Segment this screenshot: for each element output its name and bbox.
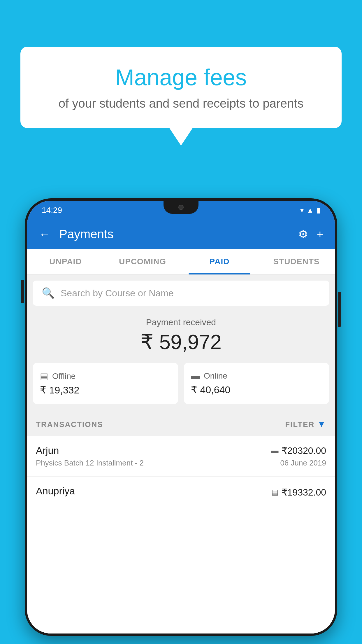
app-title: Payments <box>59 227 298 241</box>
transaction-date: 06 June 2019 <box>280 459 326 468</box>
tab-upcoming[interactable]: UPCOMING <box>104 249 181 274</box>
settings-button[interactable]: ⚙ <box>298 228 308 241</box>
add-button[interactable]: + <box>317 228 323 241</box>
tab-paid[interactable]: PAID <box>181 249 258 274</box>
speech-bubble-subtitle: of your students and send receipts to pa… <box>44 97 318 111</box>
transaction-amount-row: ▤ ₹19332.00 <box>271 487 326 498</box>
status-bar: 14:29 ▾ ▲ ▮ <box>27 201 335 220</box>
offline-card-header: ▤ Offline <box>40 371 75 381</box>
transaction-list: Arjun Physics Batch 12 Installment - 2 ▬… <box>27 436 335 634</box>
online-icon: ▬ <box>191 371 200 381</box>
online-amount: ₹ 40,640 <box>191 384 230 396</box>
offline-amount: ₹ 19,332 <box>40 384 79 396</box>
transaction-amount: ₹19332.00 <box>282 487 326 498</box>
transaction-name: Arjun <box>36 445 144 456</box>
transactions-header: TRANSACTIONS FILTER ▼ <box>27 413 335 436</box>
payment-received-label: Payment received <box>33 317 329 327</box>
status-icons: ▾ ▲ ▮ <box>300 206 320 214</box>
transaction-left: Arjun Physics Batch 12 Installment - 2 <box>36 445 144 468</box>
online-label: Online <box>204 371 227 381</box>
notch <box>164 201 198 214</box>
card-payment-icon: ▬ <box>271 446 279 455</box>
offline-icon: ▤ <box>40 371 48 381</box>
content-area: 🔍 Search by Course or Name Payment recei… <box>27 275 335 634</box>
tab-unpaid[interactable]: UNPAID <box>27 249 104 274</box>
tabs-bar: UNPAID UPCOMING PAID STUDENTS <box>27 249 335 275</box>
transaction-amount: ₹20320.00 <box>282 445 326 456</box>
signal-icon: ▲ <box>307 206 314 214</box>
filter-button[interactable]: FILTER ▼ <box>285 420 326 429</box>
transaction-left: Anupriya <box>36 485 75 499</box>
speech-bubble-container: Manage fees of your students and send re… <box>20 47 342 146</box>
transaction-right: ▤ ₹19332.00 <box>271 487 326 498</box>
transactions-label: TRANSACTIONS <box>36 420 103 429</box>
app-bar: ← Payments ⚙ + <box>27 220 335 249</box>
tab-students[interactable]: STUDENTS <box>258 249 335 274</box>
transaction-amount-row: ▬ ₹20320.00 <box>271 445 326 456</box>
phone-container: 14:29 ▾ ▲ ▮ ← Payments ⚙ + <box>25 198 337 636</box>
back-button[interactable]: ← <box>39 228 50 241</box>
speech-bubble-arrow <box>169 128 193 146</box>
filter-label: FILTER <box>285 420 314 429</box>
payment-cards: ▤ Offline ₹ 19,332 ▬ Online ₹ 40,640 <box>33 363 329 404</box>
offline-label: Offline <box>52 372 75 381</box>
online-card-header: ▬ Online <box>191 371 227 381</box>
camera-dot <box>178 205 184 210</box>
app-bar-actions: ⚙ + <box>298 228 323 241</box>
transaction-name: Anupriya <box>36 485 75 497</box>
transaction-item[interactable]: Arjun Physics Batch 12 Installment - 2 ▬… <box>27 436 335 477</box>
online-card: ▬ Online ₹ 40,640 <box>184 363 329 404</box>
search-input[interactable]: Search by Course or Name <box>61 288 174 299</box>
speech-bubble: Manage fees of your students and send re… <box>20 47 342 128</box>
filter-icon: ▼ <box>317 420 326 429</box>
wifi-icon: ▾ <box>300 206 304 214</box>
status-time: 14:29 <box>42 206 62 215</box>
phone-frame: 14:29 ▾ ▲ ▮ ← Payments ⚙ + <box>25 198 337 636</box>
offline-card: ▤ Offline ₹ 19,332 <box>33 363 178 404</box>
payment-total-amount: ₹ 59,972 <box>33 330 329 354</box>
search-bar[interactable]: 🔍 Search by Course or Name <box>33 281 329 306</box>
payment-summary: Payment received ₹ 59,972 ▤ Offline ₹ 19… <box>27 306 335 413</box>
battery-icon: ▮ <box>317 206 320 214</box>
transaction-course: Physics Batch 12 Installment - 2 <box>36 459 144 468</box>
cash-payment-icon: ▤ <box>271 488 279 497</box>
search-icon: 🔍 <box>42 287 55 299</box>
phone-screen: 14:29 ▾ ▲ ▮ ← Payments ⚙ + <box>27 201 335 634</box>
transaction-right: ▬ ₹20320.00 06 June 2019 <box>271 445 326 468</box>
speech-bubble-title: Manage fees <box>44 64 318 91</box>
transaction-item[interactable]: Anupriya ▤ ₹19332.00 <box>27 477 335 508</box>
